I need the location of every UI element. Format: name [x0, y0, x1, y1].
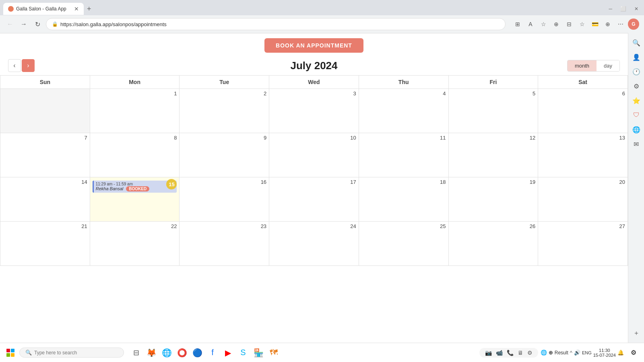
- skype-icon[interactable]: S: [236, 346, 250, 360]
- day-cell-24[interactable]: 24: [269, 222, 359, 266]
- task-view-button[interactable]: ⊟: [129, 346, 143, 360]
- day-cell-empty[interactable]: [0, 89, 90, 133]
- taskbar-search-input[interactable]: [34, 350, 118, 356]
- show-hidden-icons[interactable]: ^: [570, 350, 572, 356]
- favorites-icon[interactable]: ☆: [538, 19, 549, 30]
- browser-ext-icon[interactable]: ⊕: [551, 19, 562, 30]
- day-cell-18[interactable]: 18: [359, 177, 448, 222]
- camera-icon[interactable]: 📷: [483, 349, 493, 357]
- window-controls: ─ ⬜ ✕: [606, 5, 641, 12]
- tab-close-button[interactable]: ✕: [74, 6, 79, 12]
- day-cell-11[interactable]: 11: [359, 133, 448, 177]
- header-fri: Fri: [448, 76, 538, 89]
- sidebar-send-icon[interactable]: ✉: [630, 138, 643, 150]
- opera-icon[interactable]: ⭕: [175, 346, 189, 360]
- day-cell-23[interactable]: 23: [180, 222, 269, 266]
- windows-logo: [6, 349, 14, 357]
- maps-icon[interactable]: 🗺: [266, 346, 281, 360]
- day-cell-5[interactable]: 5: [448, 89, 538, 133]
- day-cell-6[interactable]: 6: [538, 89, 628, 133]
- notification-area: 🌐 ⊕ Result ^ 🔊 ENG 11:30 15-07-2024 🔔: [541, 348, 624, 358]
- day-cell-10[interactable]: 10: [269, 133, 359, 177]
- restore-button[interactable]: ⬜: [618, 5, 629, 12]
- refresh-button[interactable]: ↻: [32, 19, 43, 29]
- day-cell-2[interactable]: 2: [180, 89, 269, 133]
- url-bar[interactable]: 🔒 https://salon.galla.app/salonpos/appoi…: [46, 18, 506, 30]
- more-icon[interactable]: ⋯: [615, 19, 626, 30]
- day-cell-1[interactable]: 1: [90, 89, 180, 133]
- sidebar-profile-icon[interactable]: 👤: [630, 51, 643, 64]
- day-cell-26[interactable]: 26: [448, 222, 538, 266]
- day-cell-15-today[interactable]: 15 11:29 am - 11:59 am Rekha Bansal BOOK…: [90, 177, 180, 222]
- day-cell-7[interactable]: 7: [0, 133, 90, 177]
- day-cell-25[interactable]: 25: [359, 222, 448, 266]
- network-icon[interactable]: 🌐: [541, 350, 547, 356]
- active-tab[interactable]: Galla Salon - Galla App ✕: [3, 3, 84, 15]
- collections-icon[interactable]: ☆: [576, 19, 588, 30]
- sidebar-apps-icon[interactable]: ⚙: [630, 80, 643, 93]
- day-cell-22[interactable]: 22: [90, 222, 180, 266]
- day-cell-12[interactable]: 12: [448, 133, 538, 177]
- tab-title: Galla Salon - Galla App: [16, 6, 66, 12]
- profile-icon[interactable]: G: [628, 19, 639, 30]
- store-icon[interactable]: 🏪: [251, 346, 266, 360]
- sidebar-search-icon[interactable]: 🔍: [630, 36, 643, 49]
- notification-icon[interactable]: 🔔: [617, 350, 624, 356]
- day-cell-27[interactable]: 27: [538, 222, 628, 266]
- day-cell-19[interactable]: 19: [448, 177, 538, 222]
- start-button[interactable]: [3, 346, 18, 360]
- sidebar-shield-icon[interactable]: 🛡: [630, 109, 643, 121]
- video-icon[interactable]: 📹: [494, 349, 504, 357]
- event-time: 11:29 am - 11:59 am: [96, 182, 175, 186]
- youtube-icon[interactable]: ▶: [221, 346, 235, 360]
- header-thu: Thu: [359, 76, 448, 89]
- font-icon[interactable]: A: [525, 19, 536, 30]
- day-cell-4[interactable]: 4: [359, 89, 448, 133]
- forward-button[interactable]: →: [19, 19, 29, 29]
- volume-icon[interactable]: 🔊: [574, 350, 580, 356]
- adblock-icon[interactable]: ⊕: [602, 19, 613, 30]
- settings-icon[interactable]: ⚙: [526, 349, 534, 357]
- phone-icon[interactable]: 📞: [505, 349, 515, 357]
- task-view-icon: ⊟: [133, 348, 139, 357]
- taskbar-search-icon: 🔍: [25, 350, 32, 356]
- firefox-icon[interactable]: 🦊: [144, 346, 159, 360]
- screenshot-icon[interactable]: ⊞: [512, 19, 523, 30]
- day-cell-9[interactable]: 9: [180, 133, 269, 177]
- minimize-button[interactable]: ─: [606, 5, 615, 12]
- day-cell-13[interactable]: 13: [538, 133, 628, 177]
- book-appointment-button[interactable]: BOOK AN APPOINTMENT: [264, 38, 363, 53]
- time-display: 11:30: [593, 348, 616, 353]
- sidebar-add-icon[interactable]: ＋: [630, 327, 643, 339]
- sidebar-star-icon[interactable]: ⭐: [630, 94, 643, 107]
- facebook-icon[interactable]: f: [205, 346, 220, 360]
- day-cell-17[interactable]: 17: [269, 177, 359, 222]
- day-cell-21[interactable]: 21: [0, 222, 90, 266]
- wallet-icon[interactable]: 💳: [589, 19, 601, 30]
- chrome-icon[interactable]: 🔵: [190, 346, 204, 360]
- right-sidebar: 🔍 👤 🕐 ⚙ ⭐ 🛡 🌐 ✉ ＋: [628, 33, 644, 343]
- day-cell-3[interactable]: 3: [269, 89, 359, 133]
- sidebar-history-icon[interactable]: 🕐: [630, 65, 643, 78]
- day-view-button[interactable]: day: [597, 60, 619, 71]
- edge-icon[interactable]: 🌐: [159, 346, 174, 360]
- day-cell-8[interactable]: 8: [90, 133, 180, 177]
- day-cell-14[interactable]: 14: [0, 177, 90, 222]
- taskbar-clock[interactable]: 11:30 15-07-2024: [593, 348, 616, 358]
- split-view-icon[interactable]: ⊟: [564, 19, 575, 30]
- day-cell-20[interactable]: 20: [538, 177, 628, 222]
- close-button[interactable]: ✕: [632, 5, 641, 12]
- taskbar-search-box[interactable]: 🔍: [19, 348, 124, 358]
- back-button[interactable]: ←: [5, 19, 15, 29]
- monitor-icon[interactable]: 🖥: [516, 349, 525, 357]
- result-icon: ⊕: [549, 350, 553, 356]
- taskbar: 🔍 ⊟ 🦊 🌐 ⭕ 🔵 f ▶ S 🏪 🗺: [0, 343, 644, 362]
- settings-gear[interactable]: ⚙: [626, 346, 641, 360]
- prev-month-button[interactable]: ‹: [8, 59, 21, 72]
- next-month-button[interactable]: ›: [22, 59, 35, 72]
- new-tab-button[interactable]: +: [84, 5, 95, 13]
- month-view-button[interactable]: month: [568, 60, 597, 71]
- sidebar-globe-icon[interactable]: 🌐: [630, 123, 643, 136]
- appointment-event[interactable]: 11:29 am - 11:59 am Rekha Bansal BOOKED: [93, 181, 177, 193]
- day-cell-16[interactable]: 16: [180, 177, 269, 222]
